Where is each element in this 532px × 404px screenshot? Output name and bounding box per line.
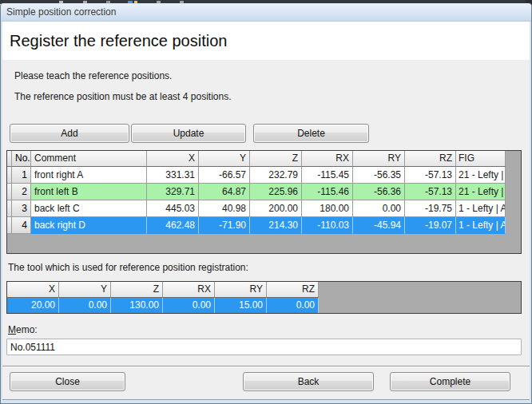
cell-x: 462.48 <box>147 217 199 234</box>
page-title: Register the reference position <box>10 32 227 50</box>
cell-ry: -45.94 <box>353 217 405 234</box>
cell-rx: -110.03 <box>302 217 353 234</box>
complete-button[interactable]: Complete <box>390 372 510 391</box>
close-button[interactable]: Close <box>10 372 125 391</box>
instruction-text-2: The reference position must be at least … <box>14 91 231 102</box>
cell-x: 445.03 <box>147 200 199 217</box>
column-header-comment[interactable]: Comment <box>31 151 147 167</box>
table-row-2[interactable]: 2 front left B 329.71 64.87 225.96 -115.… <box>7 184 521 200</box>
table-row-4-selected[interactable]: 4 back right D 462.48 -71.90 214.30 -110… <box>7 217 521 234</box>
positions-table-header: No. Comment X Y Z RX RY RZ FIG <box>7 151 521 167</box>
column-header-y[interactable]: Y <box>199 151 250 167</box>
cell-rx: 180.00 <box>302 200 353 217</box>
column-header-x[interactable]: X <box>147 151 199 167</box>
cell-no: 1 <box>12 167 31 184</box>
positions-table: No. Comment X Y Z RX RY RZ FIG 1 front r… <box>6 150 522 254</box>
cell-no: 3 <box>12 200 31 217</box>
tool-value-rz: 0.00 <box>267 298 319 314</box>
cell-z: 214.30 <box>250 217 302 234</box>
tool-table: X Y Z RX RY RZ 20.00 0.00 130.00 0.00 15… <box>6 281 522 314</box>
cell-no: 4 <box>12 217 31 234</box>
cell-z: 232.79 <box>250 167 302 184</box>
dialog-title: Simple position correction <box>6 6 116 18</box>
cell-rx: -115.45 <box>302 167 353 184</box>
cell-y: -66.57 <box>199 167 250 184</box>
cell-z: 200.00 <box>250 200 302 217</box>
cell-fig: 21 - Lefty | <box>456 167 506 184</box>
cell-rz: -19.07 <box>405 217 456 234</box>
tool-value-x: 20.00 <box>7 298 59 314</box>
cell-comment: back right D <box>31 217 147 234</box>
dialog-titlebar: Simple position correction <box>1 4 531 22</box>
cell-y: 40.98 <box>199 200 250 217</box>
cell-y: 64.87 <box>199 184 250 200</box>
footer-divider <box>2 366 530 367</box>
column-header-no[interactable]: No. <box>12 151 31 167</box>
add-button[interactable]: Add <box>10 124 129 143</box>
tool-value-rx: 0.00 <box>163 298 215 314</box>
table-row-3[interactable]: 3 back left C 445.03 40.98 200.00 180.00… <box>7 200 521 217</box>
tool-header-ry: RY <box>215 282 267 298</box>
tool-values-row[interactable]: 20.00 0.00 130.00 0.00 15.00 0.00 <box>7 298 521 314</box>
cell-rx: -115.46 <box>302 184 353 200</box>
cell-rz: -57.13 <box>405 184 456 200</box>
tool-section-label: The tool which is used for reference pos… <box>8 262 248 273</box>
cell-rz: -19.75 <box>405 200 456 217</box>
back-button[interactable]: Back <box>243 372 374 391</box>
screen: Simple position correction Register the … <box>0 0 532 404</box>
column-header-z[interactable]: Z <box>250 151 302 167</box>
cell-x: 329.71 <box>147 184 199 200</box>
cell-z: 225.96 <box>250 184 302 200</box>
tool-value-y: 0.00 <box>59 298 111 314</box>
update-button[interactable]: Update <box>131 124 246 143</box>
tool-table-header: X Y Z RX RY RZ <box>7 282 521 298</box>
table-row-1[interactable]: 1 front right A 331.31 -66.57 232.79 -11… <box>7 167 521 184</box>
tool-header-x: X <box>7 282 59 298</box>
column-header-rz[interactable]: RZ <box>405 151 456 167</box>
cell-ry: -56.35 <box>353 167 405 184</box>
cell-rz: -57.13 <box>405 167 456 184</box>
cell-comment: front left B <box>31 184 147 200</box>
cell-fig: 1 - Lefty | A <box>456 217 506 234</box>
cell-ry: 0.00 <box>353 200 405 217</box>
cell-ry: -56.36 <box>353 184 405 200</box>
tool-value-z: 130.00 <box>111 298 163 314</box>
instruction-text-1: Please teach the reference positions. <box>14 70 172 81</box>
memo-label-mnemonic: M <box>8 324 16 335</box>
column-header-rx[interactable]: RX <box>302 151 353 167</box>
tool-header-rx: RX <box>163 282 215 298</box>
tool-header-z: Z <box>111 282 163 298</box>
memo-label: Memo: <box>8 324 38 335</box>
memo-label-rest: emo: <box>16 324 38 335</box>
cell-comment: back left C <box>31 200 147 217</box>
tool-header-rz: RZ <box>267 282 319 298</box>
column-header-ry[interactable]: RY <box>353 151 405 167</box>
cell-comment: front right A <box>31 167 147 184</box>
column-header-fig[interactable]: FIG <box>456 151 506 167</box>
cell-no: 2 <box>12 184 31 200</box>
cell-fig: 1 - Lefty | A <box>456 200 506 217</box>
cell-x: 331.31 <box>147 167 199 184</box>
cell-y: -71.90 <box>199 217 250 234</box>
tool-value-ry: 15.00 <box>215 298 267 314</box>
cell-fig: 21 - Lefty | <box>456 184 506 200</box>
delete-button[interactable]: Delete <box>253 124 369 143</box>
memo-input[interactable] <box>6 339 522 355</box>
tool-header-y: Y <box>59 282 111 298</box>
